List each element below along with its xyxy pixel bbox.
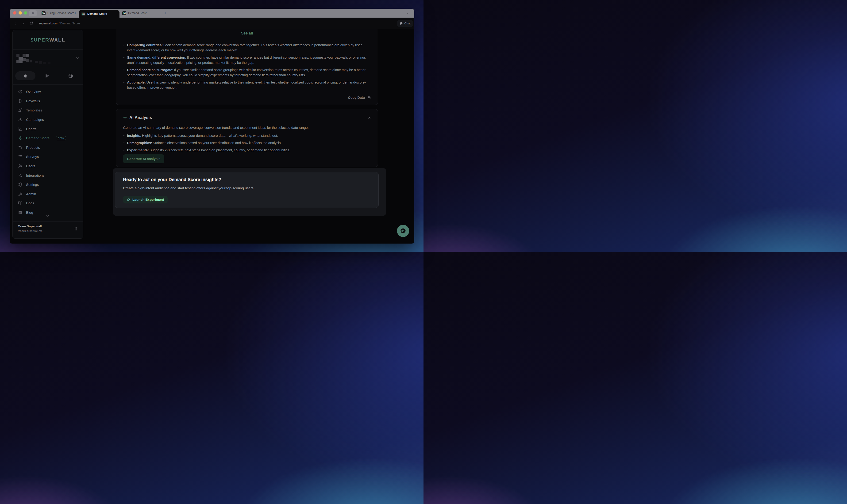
tab-demand-score-active[interactable]: $W Demand Score	[78, 10, 120, 18]
bullet-dot	[123, 135, 124, 136]
sidebar-item-admin[interactable]: Admin	[13, 190, 83, 199]
close-window-button[interactable]	[13, 11, 16, 15]
gear-icon	[18, 182, 22, 187]
page-content: $UPERWALL	[10, 29, 414, 244]
bullet-dot	[123, 44, 124, 46]
reload-button[interactable]	[29, 18, 34, 29]
sidebar-scroll-chevron-down-icon[interactable]	[46, 214, 50, 218]
sidebar-item-label: Integrations	[26, 174, 45, 177]
chat-button-label: Chat	[405, 22, 410, 25]
superwall-favicon: $W	[41, 11, 46, 15]
tips-list: Comparing countries:Look at both demand …	[123, 42, 371, 92]
bullet-dot	[123, 57, 124, 58]
see-all-link[interactable]: See all	[116, 31, 378, 35]
sidebar-item-docs[interactable]: Docs	[13, 198, 83, 208]
sidebar-item-campaigns[interactable]: Campaigns	[13, 115, 83, 124]
zoom-window-button[interactable]	[24, 11, 27, 15]
ai-analysis-title: AI Analysis	[129, 115, 152, 120]
address-bar[interactable]: superwall.com / Demand Score	[39, 18, 80, 29]
cta-card: Ready to act on your Demand Score insigh…	[115, 172, 379, 208]
launch-experiment-label: Launch Experiment	[133, 198, 164, 201]
url-path: / Demand Score	[59, 22, 80, 25]
tab-using-demand-score[interactable]: $W Using Demand Score i	[39, 9, 78, 18]
sidebar-account: Team Superwall team@superwall.me	[13, 221, 83, 238]
ai-analysis-list: Insights:Highlights key patterns across …	[123, 132, 371, 155]
sidebar-item-label: Settings	[26, 183, 39, 186]
superwall-favicon: $W	[122, 11, 126, 15]
sidebar-item-label: Campaigns	[26, 118, 44, 122]
sidebar: $UPERWALL	[13, 30, 83, 239]
cta-subtitle: Create a high-intent audience and start …	[123, 186, 254, 190]
list-item: Same demand, different conversion:If two…	[123, 55, 371, 65]
platform-switcher	[13, 67, 83, 85]
superwall-favicon: $W	[82, 12, 86, 16]
tag-icon	[18, 145, 22, 150]
ai-analysis-header: AI Analysis	[123, 115, 152, 120]
platform-android-button[interactable]	[45, 73, 50, 78]
account-name: Team Superwall	[18, 224, 42, 228]
new-tab-button[interactable]: +	[163, 11, 168, 16]
generate-ai-analysis-button[interactable]: Generate AI analysis	[123, 155, 164, 163]
sidebar-nav: Overview Paywalls Templates Campaigns Ch…	[13, 87, 83, 217]
pie-chart-icon	[18, 89, 22, 94]
list-item: Experiments:Suggests 2-3 concrete next s…	[123, 147, 371, 153]
back-button[interactable]	[13, 18, 18, 29]
launch-experiment-button[interactable]: Launch Experiment	[123, 196, 167, 203]
support-chat-fab[interactable]	[397, 225, 409, 237]
workspace-name-redacted	[16, 52, 56, 64]
minimize-window-button[interactable]	[19, 11, 22, 15]
collapse-chevron-up-icon[interactable]	[368, 116, 371, 120]
curved-arrow-icon	[18, 117, 22, 122]
sidebar-item-label: Admin	[26, 192, 36, 196]
sidebar-item-overview[interactable]: Overview	[13, 87, 83, 96]
rocket-icon	[126, 198, 130, 201]
sidebar-item-label: Blog	[26, 211, 33, 214]
account-email: team@superwall.me	[18, 230, 42, 232]
sparkle-icon	[18, 136, 22, 141]
line-chart-icon	[18, 126, 22, 131]
forward-button[interactable]	[21, 18, 25, 29]
sidebar-item-users[interactable]: Users	[13, 161, 83, 171]
google-play-icon	[45, 73, 50, 78]
tab-title: Demand Score	[87, 12, 107, 16]
browser-toolbar: superwall.com / Demand Score Chat	[10, 18, 414, 29]
pin-icon	[31, 12, 35, 15]
smartphone-icon	[18, 98, 22, 103]
copy-data-button[interactable]: Copy Data	[348, 96, 371, 100]
beta-badge: BETA	[56, 136, 66, 140]
sidebar-item-charts[interactable]: Charts	[13, 124, 83, 133]
book-open-icon	[18, 201, 22, 205]
list-item: Actionable:Use this view to identify und…	[123, 80, 371, 90]
sidebar-item-label: Products	[26, 145, 40, 149]
list-item: Insights:Highlights key patterns across …	[123, 132, 371, 139]
sidebar-item-label: Users	[26, 164, 35, 168]
sidebar-item-label: Templates	[26, 108, 42, 112]
sidebar-item-integrations[interactable]: Integrations	[13, 170, 83, 180]
list-item: Demand score as surrogate:If you see sim…	[123, 67, 371, 78]
rocket-icon	[18, 108, 22, 113]
pin-tab-button[interactable]	[29, 10, 37, 16]
apple-icon	[23, 74, 28, 78]
sidebar-item-label: Demand Score	[26, 136, 50, 140]
tab-title: Using Demand Score i	[48, 12, 75, 15]
platform-ios-button[interactable]	[15, 71, 35, 80]
plug-icon	[18, 173, 22, 178]
hammer-icon	[18, 192, 22, 196]
bullet-dot	[123, 82, 124, 83]
sidebar-item-surveys[interactable]: Surveys	[13, 152, 83, 161]
sign-out-icon[interactable]	[73, 227, 77, 231]
workspace-selector[interactable]	[13, 50, 83, 67]
sidebar-item-templates[interactable]: Templates	[13, 106, 83, 115]
sidebar-item-settings[interactable]: Settings	[13, 180, 83, 190]
platform-web-button[interactable]	[68, 73, 73, 78]
sidebar-item-demand-score[interactable]: Demand Score BETA	[13, 133, 83, 143]
browser-chat-button[interactable]: Chat	[397, 20, 413, 27]
bullet-dot	[123, 150, 124, 151]
sidebar-item-paywalls[interactable]: Paywalls	[13, 96, 83, 106]
sidebar-item-label: Paywalls	[26, 99, 40, 103]
sidebar-item-products[interactable]: Products	[13, 143, 83, 152]
newspaper-icon	[18, 210, 22, 215]
tab-demand-score-2[interactable]: $W Demand Score	[120, 9, 162, 18]
users-icon	[18, 164, 22, 168]
tab-list-chevron-down-icon[interactable]	[406, 12, 409, 15]
